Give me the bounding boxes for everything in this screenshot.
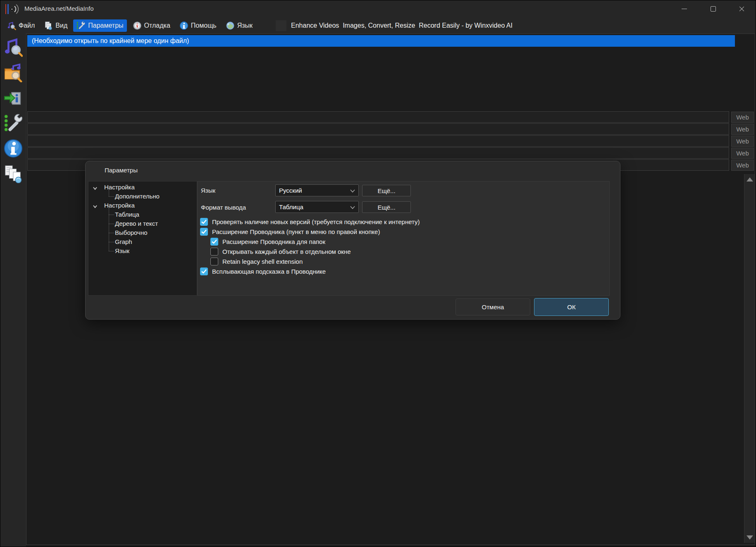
arrow-info-icon: [4, 88, 23, 107]
wrench-options-icon: [4, 114, 23, 133]
tree-item-label: Дерево и текст: [115, 219, 158, 228]
help-info-icon: [179, 21, 188, 30]
minimize-button[interactable]: [675, 0, 694, 17]
list-row[interactable]: [27, 147, 729, 159]
ok-button-label: ОК: [567, 303, 575, 311]
menu-item-debug[interactable]: Отладка: [129, 19, 174, 32]
toolbar-sidebar: [0, 33, 26, 547]
menu-bar: Файл Вид: [0, 17, 756, 33]
export-info-toolbar-button[interactable]: [3, 88, 23, 108]
scroll-down-icon[interactable]: [746, 535, 753, 540]
settings-pane: Язык Русский Ещё... Формат вывода Таблиц…: [197, 181, 610, 296]
checkbox-label: Расширение Проводника для папок: [222, 238, 325, 245]
close-button[interactable]: [732, 0, 751, 17]
options-toolbar-button[interactable]: [3, 113, 23, 133]
placeholder-row[interactable]: (Необходимо открыть по крайней мере один…: [27, 35, 735, 47]
maximize-icon: [711, 6, 716, 12]
scroll-up-icon[interactable]: [746, 177, 753, 182]
dialog-title: Параметры: [105, 167, 138, 174]
output-format-more-button[interactable]: Ещё...: [362, 201, 411, 213]
settings-tree: Настройка Дополнительно Настройка Таблиц…: [88, 181, 197, 296]
open-file-music-icon: [4, 38, 23, 57]
output-format-select[interactable]: Таблица: [275, 201, 359, 213]
compass-icon: [133, 21, 142, 30]
output-format-value: Таблица: [279, 203, 303, 210]
checkbox-icon[interactable]: [210, 248, 218, 256]
tree-item-label: Язык: [115, 246, 129, 256]
list-row[interactable]: [27, 135, 729, 147]
about-toolbar-button[interactable]: [3, 139, 23, 158]
language-more-button[interactable]: Ещё...: [362, 185, 411, 196]
menu-item-file[interactable]: Файл: [4, 19, 38, 32]
checkbox-icon[interactable]: [210, 258, 218, 265]
tree-item-setup-2[interactable]: Настройка: [88, 201, 197, 210]
more-button-label: Ещё...: [377, 187, 395, 194]
tree-item-advanced[interactable]: Дополнительно: [88, 192, 197, 201]
tree-item-custom[interactable]: Выборочно: [88, 228, 197, 237]
view-docs-icon: [44, 21, 53, 30]
checkbox-label: Проверять наличие новых версий (требуетс…: [212, 218, 420, 225]
checkbox-retain-legacy-shell[interactable]: Retain legacy shell extension: [210, 258, 303, 265]
documents-globe-icon: [4, 164, 23, 183]
tree-item-graph[interactable]: Graph: [88, 237, 197, 246]
tree-item-label: Graph: [115, 237, 132, 246]
checkbox-icon[interactable]: [200, 228, 208, 236]
checkbox-open-each-in-window[interactable]: Открывать каждый объект в отдельном окне: [210, 248, 351, 256]
tree-connector: [109, 233, 114, 233]
tree-connector: [109, 251, 114, 251]
ok-button[interactable]: ОК: [534, 298, 609, 316]
tree-connector: [109, 242, 114, 242]
tree-item-setup-1[interactable]: Настройка: [88, 183, 197, 192]
checkbox-explorer-tooltip[interactable]: Всплывающая подсказка в Проводнике: [200, 268, 326, 275]
maximize-button[interactable]: [704, 0, 723, 17]
chevron-down-icon: [350, 187, 355, 194]
cancel-button[interactable]: Отмена: [456, 299, 530, 315]
tree-item-language[interactable]: Язык: [88, 246, 197, 256]
web-button[interactable]: Web: [731, 136, 754, 147]
checkbox-shell-extension-folders[interactable]: Расширение Проводника для папок: [210, 238, 325, 246]
tree-item-tree-and-text[interactable]: Дерево и текст: [88, 219, 197, 228]
language-select[interactable]: Русский: [275, 184, 359, 196]
close-icon: [739, 6, 745, 12]
menu-item-options[interactable]: Параметры: [73, 19, 126, 32]
checkbox-label: Открывать каждый объект в отдельном окне: [222, 248, 351, 255]
web-button[interactable]: Web: [731, 160, 754, 171]
open-folder-toolbar-button[interactable]: [3, 63, 23, 83]
vertical-scrollbar[interactable]: [744, 174, 755, 543]
checkbox-check-updates[interactable]: Проверять наличие новых версий (требуетс…: [200, 218, 420, 226]
menu-item-label: Вид: [55, 22, 67, 29]
list-row[interactable]: [27, 111, 729, 123]
checkbox-label: Всплывающая подсказка в Проводнике: [212, 268, 326, 275]
web-button[interactable]: Web: [731, 112, 754, 123]
menu-item-label: Язык: [237, 22, 253, 29]
list-row[interactable]: [27, 123, 729, 135]
more-button-label: Ещё...: [377, 204, 395, 211]
info-circle-icon: [4, 139, 23, 158]
checkbox-shell-extension[interactable]: Расширение Проводника (пункт в меню по п…: [200, 228, 380, 236]
menu-item-label: Отладка: [144, 22, 170, 29]
tree-connector: [109, 190, 109, 196]
language-label: Язык: [201, 186, 215, 195]
chevron-down-icon: [350, 203, 355, 210]
checkbox-icon[interactable]: [210, 238, 218, 246]
web-button[interactable]: Web: [731, 148, 754, 159]
menu-item-help[interactable]: Помощь: [176, 19, 220, 32]
cancel-button-label: Отмена: [482, 303, 504, 311]
tree-item-table[interactable]: Таблица: [88, 210, 197, 219]
tree-item-label: Таблица: [115, 210, 139, 219]
compare-files-toolbar-button[interactable]: [3, 164, 23, 184]
open-file-toolbar-button[interactable]: [3, 38, 23, 57]
options-dialog: Параметры Настройка Дополнительно Настро…: [85, 161, 620, 320]
web-button[interactable]: Web: [731, 124, 754, 135]
tree-connector: [109, 215, 114, 215]
globe-icon: [226, 21, 235, 30]
menu-item-language[interactable]: Язык: [222, 19, 256, 32]
checkbox-label: Retain legacy shell extension: [222, 258, 303, 265]
checkbox-icon[interactable]: [200, 268, 208, 275]
menu-item-view[interactable]: Вид: [41, 19, 71, 32]
menu-item-label: Помощь: [191, 22, 217, 29]
title-bar: MediaArea.net/MediaInfo: [0, 0, 756, 17]
promo-ad-text[interactable]: Enhance Videos Images, Convert, Resize R…: [291, 22, 513, 29]
checkbox-icon[interactable]: [200, 218, 208, 226]
open-folder-icon: [4, 63, 23, 82]
